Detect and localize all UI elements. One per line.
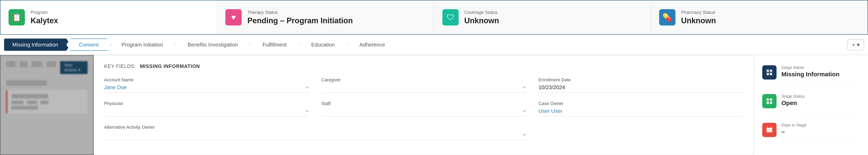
field-staff: Staff ✏ — [321, 101, 526, 117]
field-physician: Physician ✏ — [104, 101, 309, 117]
therapy-status-icon: ♥ — [225, 9, 242, 26]
field-enrollment-date: Enrollment Date 10/23/2024 — [538, 77, 744, 93]
add-tab-button[interactable]: + ▾ — [848, 39, 864, 51]
item-date-label — [27, 100, 37, 104]
stage-status-icon — [762, 94, 776, 108]
section-title — [6, 80, 47, 86]
account-name-edit-icon[interactable]: ✏ — [306, 85, 309, 90]
alt-activity-owner-edit-icon[interactable]: ✏ — [523, 132, 526, 137]
enrollment-date-value: 10/23/2024 — [538, 84, 744, 93]
nav-tabs: Missing InformationConsentProgram Initia… — [0, 35, 868, 55]
staff-label: Staff — [321, 101, 526, 106]
tab-separator: ◦ — [248, 41, 252, 48]
field-case-owner: Case Owner User User — [538, 101, 744, 117]
new-activity-btn[interactable]: New Activity ▾ — [60, 61, 88, 74]
status-card-program[interactable]: 📋 Program Kalytex — [0, 0, 217, 34]
filter-title — [46, 61, 56, 67]
svg-rect-0 — [767, 69, 769, 72]
tab-separator: ◦ — [297, 41, 301, 48]
list-item[interactable] — [6, 90, 88, 114]
pharmacy-status-value: Unknown — [681, 16, 716, 25]
key-fields-label: KEY FIELDS: — [104, 63, 136, 69]
tab-program-initiation[interactable]: Program Initiation — [111, 38, 173, 51]
days-in-stage-info: Days in Stage – — [781, 123, 807, 135]
staff-value: ✏ — [321, 108, 526, 117]
status-bar: 📋 Program Kalytex ♥ Therapy Status Pendi… — [0, 0, 868, 35]
account-name-text[interactable]: Jane Doe — [104, 84, 127, 91]
svg-rect-9 — [767, 128, 772, 129]
therapy-status-text: Therapy Status Pending – Program Initiat… — [247, 10, 353, 25]
program-value: Kalytex — [31, 16, 58, 25]
key-fields-header: KEY FIELDS: Missing Information — [104, 63, 744, 69]
tab-adherence[interactable]: Adherence — [349, 38, 395, 51]
enrollment-date-text: 10/23/2024 — [538, 84, 565, 91]
physician-edit-icon[interactable]: ✏ — [306, 109, 309, 114]
coverage-status-icon: 🛡 — [442, 9, 459, 26]
account-name-label: Account Name — [104, 77, 309, 83]
tab-fulfillment[interactable]: Fulfillment — [252, 38, 297, 51]
days-in-stage-icon — [762, 123, 776, 137]
days-in-stage-card: Days in Stage – — [762, 119, 860, 141]
program-icon: 📋 — [8, 9, 25, 26]
svg-rect-2 — [767, 73, 769, 75]
case-owner-label: Case Owner — [538, 101, 744, 106]
pharmacy-status-text: Pharmacy Status Unknown — [681, 10, 716, 25]
staff-text — [321, 108, 323, 114]
caregiver-edit-icon[interactable]: ✏ — [523, 85, 526, 90]
coverage-status-text: Coverage Status Unknown — [464, 10, 499, 25]
case-owner-value: User User — [538, 108, 744, 117]
key-fields-title: Missing Information — [140, 63, 200, 69]
stage-status-sub-value: Open — [781, 99, 805, 106]
item-date-value — [11, 106, 38, 110]
days-in-stage-sub-label: Days in Stage — [781, 123, 807, 127]
tab-missing-information[interactable]: Missing Information — [4, 38, 70, 51]
filter-open — [6, 61, 16, 67]
stage-name-sub-value: Missing Information — [781, 71, 839, 78]
enrollment-date-label: Enrollment Date — [538, 77, 744, 83]
account-name-value: Jane Doe ✏ — [104, 84, 309, 93]
field-alternative-activity-owner: Alternative Activity Owner ✏ — [104, 125, 526, 140]
status-card-coverage-status[interactable]: 🛡 Coverage Status Unknown — [434, 0, 651, 34]
stage-name-info: Stage Name Missing Information — [781, 65, 839, 78]
stage-name-card: Stage Name Missing Information — [762, 61, 860, 84]
status-card-pharmacy-status[interactable]: 💊 Pharmacy Status Unknown — [651, 0, 868, 34]
therapy-status-label: Therapy Status — [247, 10, 353, 15]
alt-activity-owner-text — [104, 131, 105, 138]
staff-edit-icon[interactable]: ✏ — [523, 109, 526, 114]
stage-name-sub-label: Stage Name — [781, 65, 839, 70]
stage-name-icon — [762, 65, 776, 80]
physician-label: Physician — [104, 101, 309, 106]
physician-text — [104, 108, 105, 114]
tab-separator: ◦ — [173, 41, 178, 48]
alt-activity-owner-label: Alternative Activity Owner — [104, 125, 526, 130]
status-card-therapy-status[interactable]: ♥ Therapy Status Pending – Program Initi… — [217, 0, 434, 34]
tab-education[interactable]: Education — [301, 38, 345, 51]
tab-consent[interactable]: Consent — [66, 38, 111, 51]
pharmacy-status-icon: 💊 — [659, 9, 676, 26]
coverage-status-label: Coverage Status — [464, 10, 499, 15]
tab-benefits-investigation[interactable]: Benefits Investigation — [178, 38, 248, 51]
caregiver-value: ✏ — [321, 84, 526, 93]
svg-rect-6 — [767, 101, 769, 104]
item-title — [11, 94, 48, 98]
stage-status-sub-label: Stage Status — [781, 94, 805, 99]
main-container: 📋 Program Kalytex ♥ Therapy Status Pendi… — [0, 0, 868, 155]
svg-rect-5 — [770, 98, 772, 101]
svg-rect-7 — [770, 101, 772, 104]
case-owner-text[interactable]: User User — [538, 108, 562, 114]
physician-value: ✏ — [104, 108, 309, 117]
svg-rect-3 — [770, 73, 772, 75]
pharmacy-status-label: Pharmacy Status — [681, 10, 716, 15]
caregiver-label: Caregiver — [321, 77, 526, 83]
left-panel-header: New Activity ▾ — [6, 61, 88, 74]
item-age — [40, 100, 49, 104]
item-status — [11, 100, 24, 104]
coverage-status-value: Unknown — [464, 16, 499, 25]
fields-grid: Account Name Jane Doe ✏ Caregiver ✏ Enro… — [104, 77, 744, 140]
alt-activity-owner-value: ✏ — [104, 131, 526, 140]
right-panel: Stage Name Missing Information Stage Sta… — [754, 55, 868, 155]
svg-rect-4 — [767, 98, 769, 101]
field-account-name: Account Name Jane Doe ✏ — [104, 77, 309, 93]
field-caregiver: Caregiver ✏ — [321, 77, 526, 93]
filter-status — [32, 61, 42, 67]
